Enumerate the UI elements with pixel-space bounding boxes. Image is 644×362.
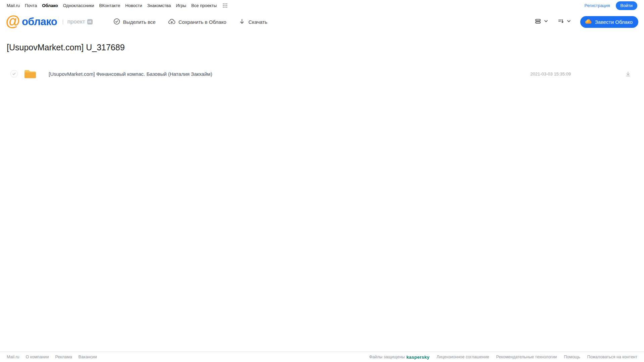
login-button[interactable]: Войти [616, 1, 637, 10]
topnav-right: Регистрация Войти [585, 1, 637, 10]
nav-mailru[interactable]: Mail.ru [7, 3, 20, 8]
mailru-at-icon: @ [6, 14, 20, 28]
share-toolbar: Выделить все Сохранить в Облако Скачать [113, 18, 267, 26]
files-protected-label: Файлы защищены [369, 355, 405, 359]
nav-pochta[interactable]: Почта [25, 3, 37, 8]
save-to-cloud-button[interactable]: Сохранить в Облако [168, 18, 227, 26]
nav-vkontakte[interactable]: ВКонтакте [99, 3, 120, 8]
nav-igry[interactable]: Игры [176, 3, 186, 8]
sort-icon [557, 18, 564, 26]
download-label: Скачать [248, 19, 267, 25]
list-view-icon [535, 18, 541, 26]
logo-divider: | [62, 18, 63, 25]
download-all-button[interactable]: Скачать [239, 18, 267, 26]
checkmark-icon [12, 72, 16, 76]
save-to-cloud-label: Сохранить в Облако [179, 19, 227, 25]
page-title: [UsupovMarket.com] U_317689 [7, 43, 644, 52]
footer-mailru-link[interactable]: Mail.ru [7, 355, 19, 359]
kaspersky-logo[interactable]: kaspersky [406, 355, 430, 360]
header-bar: @ облако | проект vk Выделить все [0, 11, 644, 33]
footer-recommendations-link[interactable]: Рекомендательные технологии [496, 355, 557, 359]
file-row[interactable]: [UsupovMarket.com] Финансовый компас. Ба… [0, 66, 644, 82]
top-nav-bar: Mail.ru Почта Облако Одноклассники ВКонт… [0, 0, 644, 11]
project-label: проект [67, 18, 85, 25]
create-cloud-label: Завести Облако [595, 19, 633, 25]
footer-left-links: Mail.ru О компании Реклама Вакансии [7, 355, 97, 359]
kaspersky-protection: Файлы защищены kaspersky [369, 355, 430, 360]
nav-odnoklassniki[interactable]: Одноклассники [63, 3, 94, 8]
footer-about-link[interactable]: О компании [26, 355, 49, 359]
chevron-down-icon [544, 19, 548, 25]
check-circle-icon [113, 18, 120, 26]
view-mode-selector[interactable] [535, 18, 548, 26]
vk-badge-icon: vk [87, 19, 93, 24]
nav-novosti[interactable]: Новости [125, 3, 142, 8]
sort-selector[interactable] [557, 18, 571, 26]
select-all-label: Выделить все [123, 19, 156, 25]
cloud-icon [585, 19, 592, 25]
nav-znakomstva[interactable]: Знакомства [147, 3, 171, 8]
nav-oblako[interactable]: Облако [42, 3, 58, 8]
row-checkbox[interactable] [10, 70, 18, 77]
download-arrow-icon [239, 18, 245, 26]
footer-help-link[interactable]: Помощь [564, 355, 580, 359]
chevron-down-icon [566, 19, 571, 25]
cloud-upload-icon [168, 18, 176, 26]
footer-license-link[interactable]: Лицензионное соглашение [437, 355, 489, 359]
footer-right-links: Файлы защищены kaspersky Лицензионное со… [369, 355, 637, 360]
file-date: 2021-03-03 15:35:09 [530, 71, 571, 76]
create-cloud-button[interactable]: Завести Облако [580, 16, 638, 28]
logo-text: облако [22, 16, 57, 28]
apps-grid-icon[interactable] [223, 3, 227, 8]
footer-ads-link[interactable]: Реклама [55, 355, 72, 359]
footer-jobs-link[interactable]: Вакансии [79, 355, 97, 359]
folder-icon[interactable] [24, 68, 37, 79]
cloud-logo[interactable]: @ облако | проект vk [6, 16, 93, 28]
row-download-icon[interactable] [625, 71, 631, 77]
nav-vse-proekty[interactable]: Все проекты [191, 3, 217, 8]
footer-report-link[interactable]: Пожаловаться на контент [587, 355, 637, 359]
select-all-button[interactable]: Выделить все [113, 18, 156, 26]
folder-name-link[interactable]: [UsupovMarket.com] Финансовый компас. Ба… [49, 71, 530, 77]
header-right-controls: Завести Облако [535, 16, 638, 28]
footer-bar: Mail.ru О компании Реклама Вакансии Файл… [0, 352, 644, 362]
registration-link[interactable]: Регистрация [585, 3, 610, 8]
